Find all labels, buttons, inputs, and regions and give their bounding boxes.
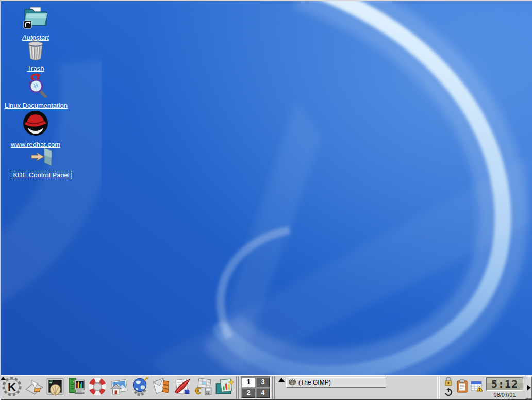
lcd-time: 5:12	[486, 377, 523, 391]
desktop-icon-label[interactable]: Linux Documentation	[5, 102, 68, 109]
clock-applet[interactable]: 5:12 08/07/01	[485, 377, 525, 398]
pager-desktop-1[interactable]: 1	[242, 377, 255, 387]
show-desktop-button[interactable]	[23, 376, 44, 399]
organizer-alarm-icon	[470, 379, 484, 395]
desktop-icon-redhat[interactable]: www.redhat.com	[5, 109, 66, 148]
lock-screen-button[interactable]	[443, 377, 454, 388]
konsole-terminal-icon	[45, 377, 65, 398]
help-lifering-icon	[88, 377, 107, 398]
home-folder-icon	[109, 377, 128, 398]
applet-handle[interactable]	[236, 376, 240, 399]
show-desktop-icon	[24, 377, 44, 398]
task-button-label: (The GIMP)	[298, 379, 331, 386]
kspread-icon: €	[193, 377, 213, 398]
klipper-tray-button[interactable]	[455, 376, 469, 399]
word-processor-button[interactable]	[171, 376, 192, 399]
taskbar: (The GIMP)	[277, 376, 436, 399]
svg-text:K: K	[8, 380, 16, 393]
panel-hide-arrow-icon	[527, 385, 531, 390]
desktop-icon-autostart[interactable]: Autostart	[5, 4, 66, 41]
gimp-wilber-icon	[289, 378, 296, 387]
applet-handle[interactable]	[437, 376, 441, 399]
applet-handle[interactable]	[272, 376, 276, 399]
kpresenter-icon	[214, 377, 234, 398]
desktop-icon-kde-control-panel[interactable]: KDE Control Panel	[3, 147, 79, 179]
system-monitor-icon	[66, 377, 86, 398]
kmail-icon	[151, 377, 171, 398]
help-button[interactable]	[87, 376, 108, 399]
spreadsheet-button[interactable]: €	[192, 376, 213, 399]
system-monitor-button[interactable]	[65, 376, 87, 399]
web-browser-globe-icon	[130, 377, 149, 398]
desktop-icon-trash[interactable]: Trash	[5, 39, 66, 72]
panel-hide-button[interactable]	[526, 376, 532, 399]
home-folder-button[interactable]	[108, 376, 129, 399]
screen-top-edge	[0, 0, 532, 1]
clock-date: 08/07/01	[494, 392, 516, 398]
lock-logout-applet	[442, 376, 455, 399]
wallpaper	[0, 0, 532, 400]
presentation-button[interactable]	[213, 376, 235, 399]
task-button-gimp[interactable]: (The GIMP)	[286, 377, 386, 388]
autostart-folder-icon	[22, 4, 49, 32]
konsole-terminal-button[interactable]	[44, 376, 65, 399]
desktop-icon-label[interactable]: KDE Control Panel	[11, 171, 71, 179]
lock-icon	[444, 376, 453, 388]
pager-desktop-2[interactable]: 2	[242, 388, 255, 398]
organizer-alarm-tray-button[interactable]	[469, 376, 484, 399]
kword-icon	[172, 377, 192, 398]
logout-button[interactable]	[443, 388, 454, 398]
svg-text:€: €	[195, 384, 201, 396]
web-browser-button[interactable]	[129, 376, 150, 399]
desktop-pager: 1 2 3 4	[241, 376, 271, 399]
redhat-website-icon	[22, 109, 49, 139]
trash-icon	[26, 39, 45, 63]
kde-control-panel-icon	[28, 147, 54, 169]
klipper-clipboard-icon	[455, 379, 469, 395]
pager-desktop-4[interactable]: 4	[256, 388, 270, 398]
pager-desktop-3[interactable]: 3	[256, 377, 270, 387]
k-menu-button[interactable]: K	[0, 376, 23, 399]
power-icon	[444, 387, 453, 398]
linux-documentation-icon	[24, 72, 48, 100]
screen-left-edge	[0, 0, 1, 400]
desktop-icon-label[interactable]: Trash	[27, 64, 44, 72]
mail-button[interactable]	[150, 376, 171, 399]
desktop-icon-linux-documentation[interactable]: Linux Documentation	[0, 72, 72, 109]
k-menu-popup-arrow-icon	[1, 377, 6, 380]
kicker-panel: K	[0, 375, 532, 400]
taskbar-scroll-up-icon[interactable]	[278, 378, 285, 382]
desktop-screen: Autostart Trash Linux Documenta	[0, 0, 532, 400]
